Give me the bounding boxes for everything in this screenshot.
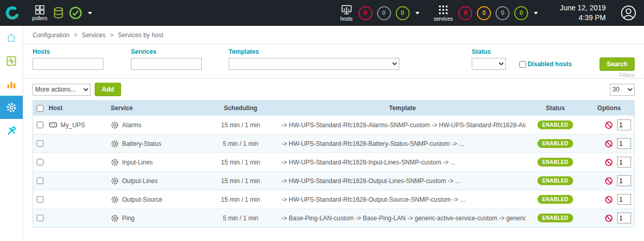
hosts-icon[interactable] — [341, 4, 352, 16]
service-name-link[interactable]: Output-Lines — [122, 177, 158, 185]
row-checkbox[interactable] — [37, 177, 43, 184]
breadcrumb-services[interactable]: Services — [82, 32, 106, 39]
row-checkbox-cell — [33, 196, 47, 203]
status-filter-select[interactable] — [472, 58, 506, 70]
pollers-grid-icon[interactable] — [35, 5, 45, 15]
breadcrumb-services-by-host[interactable]: Services by host — [118, 32, 163, 39]
options-cell — [585, 138, 634, 149]
service-name-link[interactable]: Ping — [122, 215, 134, 222]
header-status[interactable]: Status — [526, 104, 585, 112]
service-name-link[interactable]: Input-Lines — [122, 159, 153, 166]
add-button[interactable]: Add — [95, 83, 121, 96]
breadcrumb-configuration[interactable]: Configuration — [33, 32, 69, 39]
more-actions-select[interactable]: More actions... — [33, 84, 91, 96]
disable-service-icon[interactable] — [605, 214, 613, 222]
poller-ok-check-icon[interactable] — [69, 6, 82, 20]
status-cell: ENABLED — [526, 158, 585, 167]
services-critical-counter[interactable]: 0 — [458, 6, 472, 20]
scheduling-cell: 15 min / 1 min — [202, 196, 279, 203]
sidebar-item-home[interactable] — [0, 26, 23, 49]
hosts-label: hosts — [340, 17, 353, 22]
breadcrumb-separator: > — [74, 32, 78, 39]
sidebar-item-administration[interactable] — [0, 119, 23, 142]
templates-filter-label: Templates — [229, 48, 399, 55]
header-template[interactable]: Template — [279, 104, 526, 112]
service-name-link[interactable]: Alarms — [122, 122, 141, 129]
disabled-hosts-label[interactable]: Disabled hosts — [528, 61, 572, 68]
row-checkbox[interactable] — [37, 122, 43, 128]
user-profile-icon[interactable] — [620, 5, 637, 21]
row-checkbox-cell — [33, 159, 47, 165]
table-row: Input-Lines 15 min / 1 min -> HW-UPS-Sta… — [33, 153, 634, 171]
database-icon[interactable] — [53, 7, 64, 19]
hosts-down-counter[interactable]: 0 — [358, 6, 372, 20]
select-all-cell — [33, 105, 47, 112]
duplicate-count-input[interactable] — [617, 119, 631, 130]
template-cell: -> HW-UPS-Standard-Rfc1628-Alarms-SNMP-c… — [279, 122, 526, 129]
disable-service-icon[interactable] — [605, 195, 613, 204]
service-gear-icon — [111, 140, 119, 148]
search-button[interactable]: Search — [600, 57, 635, 71]
actions-toolbar: More actions... Add 30 — [23, 79, 644, 100]
table-row: Output-Source 15 min / 1 min -> HW-UPS-S… — [33, 190, 634, 208]
duplicate-count-input[interactable] — [617, 194, 631, 205]
disable-service-icon[interactable] — [605, 177, 613, 185]
status-badge: ENABLED — [537, 195, 573, 204]
template-cell: -> Base-Ping-LAN-custom -> Base-Ping-LAN… — [279, 215, 526, 222]
options-cell — [585, 194, 634, 205]
row-checkbox[interactable] — [37, 196, 43, 203]
duplicate-count-input[interactable] — [617, 157, 631, 168]
sidebar-item-configuration[interactable] — [0, 96, 23, 119]
disable-service-icon[interactable] — [605, 140, 613, 148]
services-table: Host Service Scheduling Template Status … — [33, 100, 635, 228]
services-icon[interactable] — [438, 4, 449, 16]
hosts-filter-input[interactable] — [33, 58, 103, 70]
hosts-chevron-down-icon[interactable] — [415, 12, 420, 14]
duplicate-count-input[interactable] — [617, 138, 631, 149]
service-gear-icon — [111, 177, 119, 185]
table-row: Output-Lines 15 min / 1 min -> HW-UPS-St… — [33, 171, 634, 190]
page-size-select[interactable]: 30 — [610, 84, 635, 96]
row-checkbox[interactable] — [37, 159, 43, 165]
topbar: pollers — [0, 0, 644, 26]
host-name[interactable]: My_UPS — [61, 122, 85, 129]
disable-service-icon[interactable] — [605, 121, 613, 129]
sidebar-item-monitoring[interactable] — [0, 49, 23, 72]
hosts-unreachable-counter[interactable]: 0 — [377, 6, 391, 20]
centreon-logo-icon[interactable] — [0, 0, 25, 26]
disable-service-icon[interactable] — [605, 158, 613, 167]
hosts-up-counter[interactable]: 0 — [396, 6, 410, 20]
header-scheduling[interactable]: Scheduling — [202, 104, 279, 112]
pollers-chevron-down-icon[interactable] — [88, 12, 92, 14]
row-checkbox-cell — [33, 215, 47, 221]
row-checkbox[interactable] — [37, 215, 43, 221]
services-filter-input[interactable] — [131, 58, 202, 70]
service-gear-icon — [111, 195, 119, 204]
sidebar-item-reporting[interactable] — [0, 72, 23, 96]
clock-time: 4:39 PM — [560, 13, 606, 23]
row-checkbox[interactable] — [37, 140, 43, 147]
disabled-hosts-checkbox[interactable] — [519, 61, 526, 68]
templates-filter-select[interactable] — [229, 58, 399, 70]
header-host[interactable]: Host — [47, 104, 109, 112]
service-name-link[interactable]: Output-Source — [122, 196, 162, 203]
status-filter-label: Status — [472, 48, 506, 55]
services-warning-counter[interactable]: 0 — [477, 6, 491, 20]
header-service[interactable]: Service — [109, 104, 202, 112]
row-checkbox-cell — [33, 122, 47, 128]
select-all-checkbox[interactable] — [37, 105, 43, 112]
duplicate-count-input[interactable] — [617, 175, 631, 186]
duplicate-count-input[interactable] — [617, 213, 631, 223]
service-name-link[interactable]: Battery-Status — [122, 140, 161, 147]
home-icon — [6, 32, 17, 43]
services-unknown-counter[interactable]: 0 — [496, 6, 510, 20]
service-cell: Ping — [109, 214, 202, 222]
options-cell — [585, 157, 634, 168]
breadcrumb: Configuration > Services > Services by h… — [23, 26, 644, 43]
template-cell: -> HW-UPS-Standard-Rfc1628-Battery-Statu… — [279, 140, 526, 147]
header-options: Options — [585, 104, 634, 112]
services-ok-counter[interactable]: 0 — [514, 6, 528, 20]
row-checkbox-cell — [33, 177, 47, 184]
scheduling-cell: 5 min / 1 min — [202, 215, 279, 222]
services-chevron-down-icon[interactable] — [534, 12, 538, 14]
